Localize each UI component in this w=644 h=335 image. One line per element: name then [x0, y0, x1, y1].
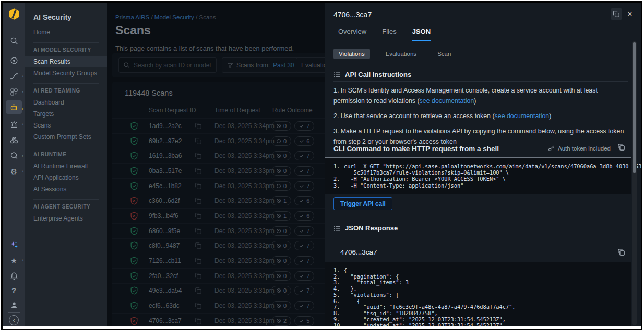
copy-icon[interactable]: [195, 257, 202, 264]
copy-icon[interactable]: [195, 227, 202, 235]
reports-icon[interactable]: ›: [3, 149, 25, 163]
check-icon: [299, 138, 304, 144]
table-row[interactable]: 49e3...da54 Dec 03, 2025 3:31pm 0 7: [112, 283, 325, 298]
sidebar-nav-item[interactable]: AI Runtime Firewall: [25, 160, 107, 172]
copy-icon[interactable]: [195, 152, 202, 159]
favorites-star-icon[interactable]: ★›: [3, 253, 25, 267]
passed-count-badge: 7: [294, 241, 314, 250]
pill-evaluations[interactable]: Evaluations: [380, 49, 422, 59]
see-documentation-link[interactable]: see documentation: [420, 97, 474, 105]
copy-icon[interactable]: [195, 242, 202, 249]
discovery-binoculars-icon[interactable]: [3, 133, 25, 147]
collapse-sidebar-button[interactable]: ‹: [9, 315, 19, 325]
sidebar-nav-item[interactable]: Targets: [25, 108, 107, 120]
table-row[interactable]: ecf6...63dc Dec 03, 2025 3:31pm 0 7: [112, 298, 325, 313]
tab-overview[interactable]: Overview: [338, 28, 366, 41]
rule-outcome: 1 6: [271, 211, 314, 221]
settings-gear-icon[interactable]: ⚙›: [3, 165, 25, 178]
breadcrumb-model-security[interactable]: Model Security: [154, 14, 194, 20]
copy-icon[interactable]: [617, 143, 625, 151]
scan-request-id: 69b2...97e2: [149, 137, 182, 145]
drawer-scrollbar[interactable]: [632, 41, 637, 325]
json-code-block[interactable]: 1.{2. "pagination": {3. "total_items": 3…: [325, 262, 631, 326]
copy-icon[interactable]: [617, 248, 625, 256]
rule-outcome: 0 7: [271, 151, 314, 160]
scope-icon[interactable]: [3, 54, 25, 67]
help-icon[interactable]: ?: [3, 284, 25, 297]
copy-icon[interactable]: [195, 317, 202, 325]
passed-count-badge: 6: [294, 136, 314, 146]
ban-icon: [276, 318, 281, 324]
scrollbar-thumb[interactable]: [633, 42, 636, 173]
see-documentation-link[interactable]: see documentation: [495, 112, 550, 120]
col-scan-request-id: Scan Request ID: [149, 107, 196, 114]
breadcrumb-prisma-airs[interactable]: Prisma AIRS: [115, 14, 149, 20]
table-row[interactable]: 0ba3...517e Dec 03, 2025 3:33pm 0 7: [112, 163, 325, 178]
copy-icon[interactable]: [195, 182, 202, 190]
table-row[interactable]: c360...6d2f Dec 03, 2025 3:32pm 1 6: [112, 193, 325, 208]
sidebar-nav-item[interactable]: Dashboard: [25, 97, 107, 108]
copy-icon[interactable]: [195, 212, 202, 220]
copilot-sparkles-icon[interactable]: [3, 238, 25, 251]
dashboards-icon[interactable]: ›: [3, 85, 25, 99]
search-icon[interactable]: [3, 34, 25, 48]
search-input[interactable]: [134, 62, 212, 69]
list-icon: [333, 225, 341, 232]
pill-violations[interactable]: Violations: [333, 49, 370, 59]
sidebar-nav-item[interactable]: Scans: [25, 120, 107, 131]
passed-count-badge: 7: [294, 181, 314, 191]
alerts-siren-icon[interactable]: ›: [3, 118, 25, 131]
tab-json[interactable]: JSON: [412, 28, 431, 41]
sidebar-nav-item[interactable]: Model Security Groups: [25, 67, 107, 79]
table-row[interactable]: c8f0...9487 Dec 03, 2025 3:32pm 0 7: [112, 238, 325, 253]
ai-security-icon[interactable]: ›: [3, 102, 25, 115]
ban-icon: [276, 213, 281, 218]
blocked-count-badge: 0: [271, 181, 291, 191]
sidebar-nav-item[interactable]: API Applications: [25, 172, 107, 183]
copy-icon[interactable]: [195, 167, 202, 175]
time-of-request: Dec 03, 2025 3:34pm: [214, 122, 275, 130]
copy-icon[interactable]: [195, 287, 202, 294]
search-icon: [123, 62, 130, 68]
check-icon: [299, 168, 304, 174]
passed-count-badge: 7: [294, 151, 314, 160]
route-icon[interactable]: ›: [3, 70, 25, 83]
tab-files[interactable]: Files: [382, 28, 396, 41]
user-profile-icon[interactable]: [3, 298, 25, 312]
api-instructions-heading: API Call instructions: [333, 71, 411, 78]
sidebar-nav-item[interactable]: Home: [25, 27, 107, 38]
blocked-count-badge: 0: [271, 256, 291, 265]
copy-icon[interactable]: [611, 8, 622, 20]
scan-search-box[interactable]: [118, 57, 217, 73]
copy-icon[interactable]: [195, 137, 202, 145]
table-row[interactable]: 4706...3ca7 Dec 03, 2025 3:31pm 2 5: [112, 313, 325, 326]
close-icon[interactable]: ×: [624, 8, 636, 20]
check-icon: [299, 153, 304, 158]
scan-request-id: 7126...cb11: [149, 257, 181, 264]
table-row[interactable]: 9fb3...b4f6 Dec 03, 2025 3:32pm 1 6: [112, 208, 325, 223]
trigger-api-call-button[interactable]: Trigger API call: [333, 197, 392, 210]
table-row[interactable]: 6860...9f5e Dec 03, 2025 3:32pm 0 7: [112, 223, 325, 238]
copy-icon[interactable]: [195, 122, 202, 130]
sidebar-nav-item[interactable]: Custom Prompt Sets: [25, 131, 107, 143]
evaluation-result-filter[interactable]: Evaluation Res: [296, 57, 325, 73]
copy-icon[interactable]: [195, 302, 202, 309]
cli-code-block[interactable]: 1.curl -X GET "https://api.sase.paloalto…: [325, 158, 631, 194]
notifications-bell-icon[interactable]: [3, 269, 25, 283]
table-row[interactable]: 1619...3ba6 Dec 03, 2025 3:34pm 0 7: [112, 148, 325, 163]
table-row[interactable]: 69b2...97e2 Dec 03, 2025 3:34pm 0 6: [112, 133, 325, 148]
copy-icon[interactable]: [195, 272, 202, 280]
breadcrumb-scans: Scans: [199, 14, 216, 20]
sidebar-nav-item[interactable]: AI Sessions: [25, 183, 107, 195]
sidebar-nav-item[interactable]: Enterprise Agents: [25, 213, 107, 224]
table-row[interactable]: 1ad9...2a2c Dec 03, 2025 3:34pm 0 7: [112, 118, 325, 133]
check-icon: [299, 288, 304, 293]
copy-icon[interactable]: [195, 197, 202, 204]
sidebar-nav-item[interactable]: Scan Results: [25, 56, 107, 67]
table-row[interactable]: 7126...cb11 Dec 03, 2025 3:32pm 0 7: [112, 253, 325, 268]
blocked-count-badge: 0: [271, 121, 291, 131]
scan-status-icon: [130, 212, 138, 220]
pill-scan[interactable]: Scan: [432, 49, 456, 59]
table-row[interactable]: e45c...1b82 Dec 03, 2025 3:33pm 0 7: [112, 178, 325, 193]
table-row[interactable]: 2fa0...32cf Dec 03, 2025 3:32pm 0 7: [112, 268, 325, 283]
